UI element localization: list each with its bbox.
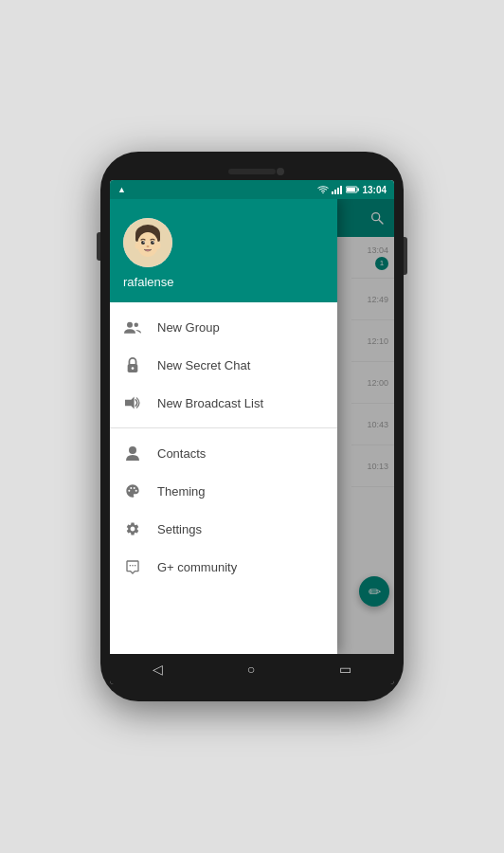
drawer-menu: New Group New Secret Chat (110, 302, 337, 654)
volume-button (404, 237, 407, 275)
svg-point-19 (135, 243, 140, 249)
svg-rect-31 (130, 565, 131, 566)
svg-rect-33 (135, 565, 135, 566)
svg-point-21 (127, 322, 133, 328)
svg-rect-0 (332, 191, 333, 194)
svg-rect-3 (340, 186, 342, 194)
new-secret-chat-label: New Secret Chat (157, 358, 250, 372)
svg-rect-1 (334, 190, 336, 194)
status-bar: ▲ (110, 180, 394, 199)
settings-icon (123, 519, 142, 538)
drawer-item-new-broadcast-list[interactable]: New Broadcast List (110, 384, 337, 422)
phone-speaker (228, 169, 276, 174)
new-broadcast-list-label: New Broadcast List (157, 396, 263, 410)
drawer-header: rafalense (110, 199, 337, 302)
svg-point-20 (156, 243, 161, 249)
svg-point-27 (128, 490, 130, 492)
drawer-item-theming[interactable]: Theming (110, 472, 337, 510)
drawer-username: rafalense (123, 275, 324, 289)
person-icon (123, 444, 142, 463)
svg-marker-25 (125, 397, 135, 409)
home-button[interactable]: ○ (247, 662, 255, 677)
notification-icon: ▲ (117, 185, 126, 194)
status-time: 13:04 (362, 185, 387, 195)
svg-rect-6 (347, 188, 355, 191)
drawer-section-new: New Group New Secret Chat (110, 302, 337, 428)
svg-point-17 (153, 242, 153, 243)
phone-screen: ▲ (110, 180, 394, 684)
avatar (123, 218, 172, 267)
group-icon (123, 318, 142, 336)
broadcast-icon (123, 393, 142, 412)
signal-icon (332, 186, 343, 194)
drawer-item-contacts[interactable]: Contacts (110, 434, 337, 472)
status-bar-right: 13:04 (317, 185, 387, 195)
community-icon (123, 557, 142, 576)
avatar-image (123, 218, 172, 267)
svg-rect-5 (358, 189, 360, 191)
svg-point-29 (134, 487, 135, 489)
svg-rect-2 (337, 188, 339, 194)
svg-point-18 (147, 245, 150, 247)
back-button[interactable]: ◁ (153, 662, 163, 677)
svg-point-16 (143, 242, 144, 243)
navigation-drawer: rafalense (110, 199, 337, 654)
theming-label: Theming (157, 484, 206, 499)
new-group-label: New Group (157, 320, 220, 335)
svg-point-22 (135, 323, 139, 328)
phone-top-bar (110, 169, 394, 174)
svg-rect-32 (132, 565, 133, 566)
screen-content: 13:04 1 12:49 12:10 12:00 10:43 (110, 199, 394, 654)
svg-point-30 (135, 490, 137, 492)
svg-point-13 (137, 232, 158, 257)
drawer-item-settings[interactable]: Settings (110, 510, 337, 548)
svg-point-28 (130, 487, 132, 489)
svg-point-26 (129, 446, 136, 454)
recent-apps-button[interactable]: ▭ (339, 662, 351, 677)
battery-icon (346, 186, 359, 193)
svg-point-15 (151, 241, 154, 245)
settings-label: Settings (157, 522, 202, 536)
gplus-community-label: G+ community (157, 560, 237, 574)
palette-icon (123, 481, 142, 500)
drawer-item-new-secret-chat[interactable]: New Secret Chat (110, 346, 337, 384)
drawer-item-new-group[interactable]: New Group (110, 308, 337, 346)
phone-camera (277, 168, 284, 175)
power-button (97, 232, 100, 261)
navigation-bar: ◁ ○ ▭ (110, 654, 394, 684)
lock-icon (123, 355, 142, 374)
svg-point-14 (141, 241, 145, 245)
phone-device: ▲ (100, 152, 404, 701)
drawer-item-gplus[interactable]: G+ community (110, 548, 337, 586)
contacts-label: Contacts (157, 446, 206, 461)
drawer-section-secondary: Contacts (110, 428, 337, 591)
svg-point-24 (132, 367, 135, 370)
status-bar-left: ▲ (117, 185, 317, 194)
wifi-icon (317, 186, 329, 194)
